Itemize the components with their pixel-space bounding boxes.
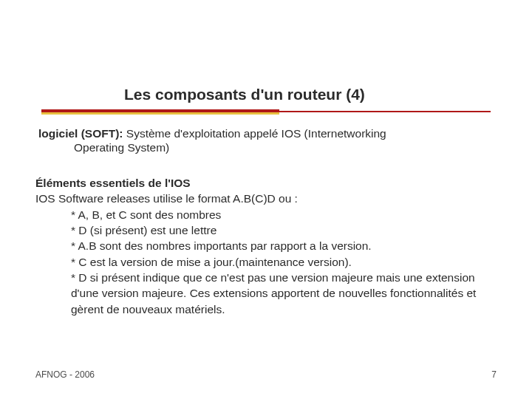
list-item: * C est la version de mise a jour.(maint… bbox=[71, 254, 497, 270]
software-label: logiciel (SOFT): bbox=[38, 127, 123, 140]
software-text-line2: Operating System) bbox=[38, 140, 497, 155]
list-item: * D si présent indique que ce n'est pas … bbox=[71, 270, 497, 317]
ios-format-line: IOS Software releases utilise le format … bbox=[35, 191, 497, 206]
ios-bullets: * A, B, et C sont des nombres * D (si pr… bbox=[35, 207, 497, 318]
slide: Les composants d'un routeur (4) logiciel… bbox=[0, 0, 532, 399]
paragraph-ios: Éléments essentiels de l'IOS IOS Softwar… bbox=[35, 175, 497, 317]
title-underline bbox=[41, 109, 491, 115]
paragraph-software: logiciel (SOFT): Système d'exploitation … bbox=[35, 126, 497, 156]
slide-content: logiciel (SOFT): Système d'exploitation … bbox=[35, 126, 497, 317]
list-item: * A, B, et C sont des nombres bbox=[71, 207, 497, 222]
list-item: * D (si présent) est une lettre bbox=[71, 222, 497, 238]
page-number: 7 bbox=[491, 369, 497, 380]
software-text-line1: Système d'exploitation appelé IOS (Inter… bbox=[123, 127, 386, 140]
ios-heading: Éléments essentiels de l'IOS bbox=[35, 175, 497, 191]
footer-source: AFNOG - 2006 bbox=[35, 369, 95, 380]
slide-title: Les composants d'un routeur (4) bbox=[124, 86, 365, 103]
list-item: * A.B sont des nombres importants par ra… bbox=[71, 238, 497, 253]
